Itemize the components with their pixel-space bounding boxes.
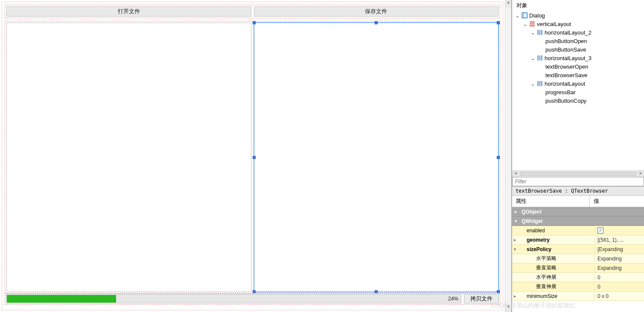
resize-handle[interactable] <box>375 21 378 24</box>
svg-rect-11 <box>537 81 539 86</box>
chevron-down-icon[interactable]: ⌄ <box>515 12 520 19</box>
svg-rect-3 <box>530 23 535 25</box>
checkbox-enabled[interactable]: ✓ <box>597 228 603 234</box>
form-canvas[interactable]: 打开文件 保存文件 <box>0 0 505 312</box>
prop-val[interactable]: Expanding <box>595 256 644 262</box>
svg-rect-13 <box>541 81 542 86</box>
scroll-down-icon[interactable]: ▾ <box>505 304 511 312</box>
prop-val[interactable]: Expanding <box>595 265 644 271</box>
prop-key: 水平策略 <box>517 255 595 262</box>
hlayout-icon <box>537 55 543 61</box>
push-button-copy[interactable]: 拷贝文件 <box>464 294 499 303</box>
chevron-down-icon[interactable]: ▾ <box>515 219 519 223</box>
prop-val[interactable]: [Expanding <box>595 246 644 252</box>
chevron-right-icon[interactable]: ▸ <box>515 209 519 214</box>
selected-object-label: textBrowserSave : QTextBrowser <box>512 186 644 196</box>
tree-item[interactable]: progressBar <box>545 89 576 95</box>
prop-key: 水平伸展 <box>517 274 595 281</box>
prop-key: minimumSize <box>517 293 595 299</box>
prop-key: geometry <box>517 237 595 243</box>
svg-rect-0 <box>522 13 527 18</box>
chevron-down-icon[interactable]: ⌄ <box>530 55 535 61</box>
tree-item[interactable]: pushButtonOpen <box>545 38 587 44</box>
resize-handle[interactable] <box>253 21 256 24</box>
hlayout-icon <box>537 29 543 35</box>
tree-item[interactable]: textBrowserOpen <box>545 64 588 70</box>
svg-rect-4 <box>530 25 535 26</box>
svg-rect-10 <box>541 55 542 61</box>
tree-item[interactable]: pushButtonCopy <box>545 98 586 104</box>
group-qobject[interactable]: ▸QObject <box>512 207 644 217</box>
text-browser-save[interactable] <box>254 23 499 292</box>
dialog-outline: 打开文件 保存文件 <box>2 2 503 310</box>
dialog-icon <box>522 12 527 18</box>
scroll-right-icon[interactable]: ▸ <box>637 171 644 177</box>
progress-text: 24% <box>448 296 458 302</box>
col-attr: 属性 <box>512 196 590 207</box>
vlayout-icon <box>529 21 535 27</box>
prop-key: enabled <box>517 228 595 234</box>
prop-key: 垂直策略 <box>517 264 595 272</box>
chevron-down-icon[interactable]: ⌄ <box>522 21 527 27</box>
inspector-panel: 对象 ⌄Dialog ⌄verticalLayout ⌄horizontalLa… <box>512 0 644 312</box>
tree-item[interactable]: pushButtonSave <box>545 46 586 53</box>
chevron-down-icon[interactable]: ⌄ <box>530 29 535 36</box>
svg-rect-1 <box>523 13 527 18</box>
scroll-left-icon[interactable]: ◂ <box>512 171 519 177</box>
svg-rect-5 <box>537 30 539 35</box>
resize-handle[interactable] <box>497 156 500 159</box>
property-filter[interactable] <box>512 177 644 186</box>
chevron-down-icon[interactable]: ▾ <box>512 247 517 251</box>
property-body[interactable]: ▸QObject ▾QWidget enabled✓ ▸geometry[(58… <box>512 207 644 312</box>
tree-item[interactable]: textBrowserSave <box>545 72 587 78</box>
prop-val[interactable]: 0 <box>595 284 644 290</box>
chevron-right-icon[interactable]: ▸ <box>512 237 517 242</box>
filter-input[interactable] <box>513 177 644 186</box>
prop-val[interactable]: [(581, 1), ... <box>595 237 644 243</box>
svg-rect-12 <box>539 81 541 86</box>
tree-item[interactable]: horizontalLayout_2 <box>545 29 592 36</box>
tree-item[interactable]: horizontalLayout <box>545 81 585 87</box>
prop-val[interactable]: 0 x 0 <box>595 293 644 299</box>
tree-item[interactable]: verticalLayout <box>537 21 571 27</box>
scroll-up-icon[interactable]: ▴ <box>505 0 511 8</box>
horizontal-layout[interactable]: 24% 拷贝文件 <box>5 293 500 305</box>
horizontal-layout-3[interactable] <box>5 21 500 294</box>
tree-item[interactable]: Dialog <box>529 12 545 19</box>
group-qwidget[interactable]: ▾QWidget <box>512 217 644 226</box>
col-value: 值 <box>590 196 644 207</box>
progress-bar[interactable]: 24% <box>6 294 461 303</box>
progress-fill <box>7 295 116 303</box>
svg-rect-6 <box>539 30 541 35</box>
svg-rect-7 <box>541 30 542 35</box>
svg-rect-9 <box>539 55 541 61</box>
push-button-open[interactable]: 打开文件 <box>6 6 251 17</box>
prop-key: 垂直伸展 <box>517 283 595 290</box>
horizontal-layout-2[interactable]: 打开文件 保存文件 <box>5 5 500 18</box>
vertical-scrollbar[interactable]: ▴ ▾ <box>505 0 512 312</box>
chevron-right-icon[interactable]: ▸ <box>512 294 517 298</box>
object-tree-header: 对象 <box>512 1 644 11</box>
resize-handle[interactable] <box>253 156 256 159</box>
chevron-down-icon[interactable]: ⌄ <box>530 81 535 87</box>
svg-rect-8 <box>537 55 539 61</box>
text-browser-open[interactable] <box>6 23 251 292</box>
tree-item[interactable]: horizontalLayout_3 <box>545 55 592 61</box>
object-tree-panel: 对象 ⌄Dialog ⌄verticalLayout ⌄horizontalLa… <box>512 0 644 177</box>
hlayout-icon <box>537 81 543 87</box>
prop-val[interactable]: 0 <box>595 274 644 280</box>
horizontal-scrollbar[interactable]: ◂▸ <box>512 170 644 177</box>
root: 打开文件 保存文件 <box>0 0 644 312</box>
push-button-save[interactable]: 保存文件 <box>254 6 499 17</box>
object-tree[interactable]: ⌄Dialog ⌄verticalLayout ⌄horizontalLayou… <box>512 11 644 105</box>
property-header: 属性 值 <box>512 196 644 207</box>
resize-handle[interactable] <box>497 21 500 24</box>
svg-rect-2 <box>530 21 535 23</box>
prop-key: sizePolicy <box>517 246 595 252</box>
